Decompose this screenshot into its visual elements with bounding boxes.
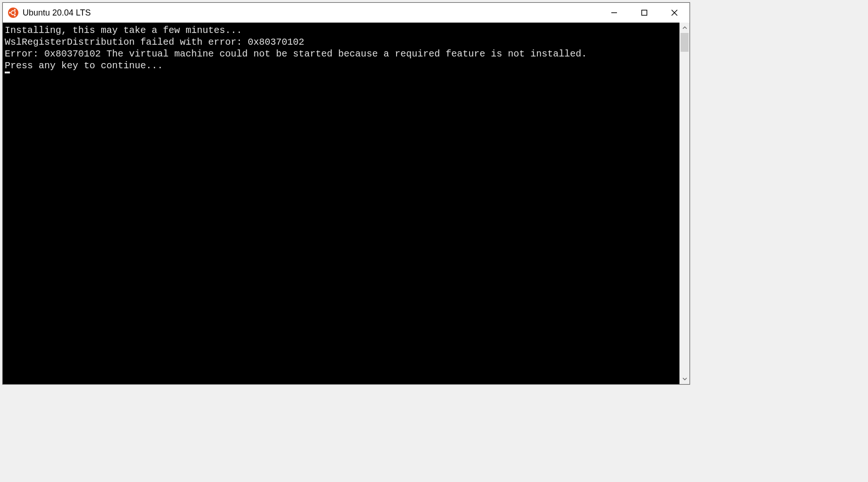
window-controls bbox=[599, 3, 690, 23]
minimize-button[interactable] bbox=[599, 3, 629, 23]
terminal-line: Error: 0x80370102 The virtual machine co… bbox=[5, 48, 679, 60]
maximize-button[interactable] bbox=[629, 3, 659, 23]
svg-point-2 bbox=[9, 12, 11, 14]
app-window: Ubuntu 20.04 LTS Installing, this may ta… bbox=[2, 2, 690, 385]
terminal-line: WslRegisterDistribution failed with erro… bbox=[5, 36, 679, 48]
svg-point-3 bbox=[14, 9, 16, 11]
terminal[interactable]: Installing, this may take a few minutes.… bbox=[3, 23, 679, 384]
terminal-line: Installing, this may take a few minutes.… bbox=[5, 24, 679, 36]
scroll-up-icon[interactable] bbox=[680, 23, 690, 33]
terminal-area: Installing, this may take a few minutes.… bbox=[3, 23, 690, 384]
ubuntu-icon bbox=[8, 7, 19, 18]
scroll-track[interactable] bbox=[680, 33, 690, 374]
titlebar[interactable]: Ubuntu 20.04 LTS bbox=[3, 3, 690, 23]
vertical-scrollbar[interactable] bbox=[679, 23, 690, 384]
terminal-cursor-line bbox=[5, 72, 679, 83]
scroll-down-icon[interactable] bbox=[680, 374, 690, 384]
cursor-icon bbox=[5, 72, 10, 73]
close-button[interactable] bbox=[659, 3, 690, 23]
terminal-line: Press any key to continue... bbox=[5, 60, 679, 72]
svg-point-4 bbox=[14, 15, 16, 17]
window-title: Ubuntu 20.04 LTS bbox=[23, 8, 599, 18]
svg-rect-6 bbox=[642, 10, 647, 16]
scroll-thumb[interactable] bbox=[681, 33, 689, 52]
